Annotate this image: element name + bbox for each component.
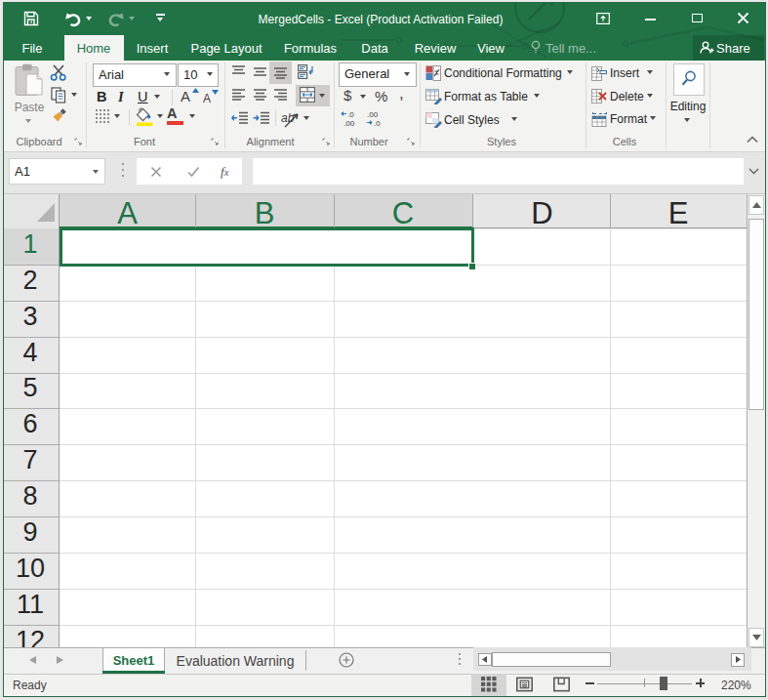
svg-text:.0: .0 <box>347 110 354 119</box>
svg-text:.0: .0 <box>374 119 381 127</box>
svg-text:ab: ab <box>281 111 295 125</box>
svg-text:.00: .00 <box>367 110 379 119</box>
svg-text:.00: .00 <box>344 119 355 127</box>
